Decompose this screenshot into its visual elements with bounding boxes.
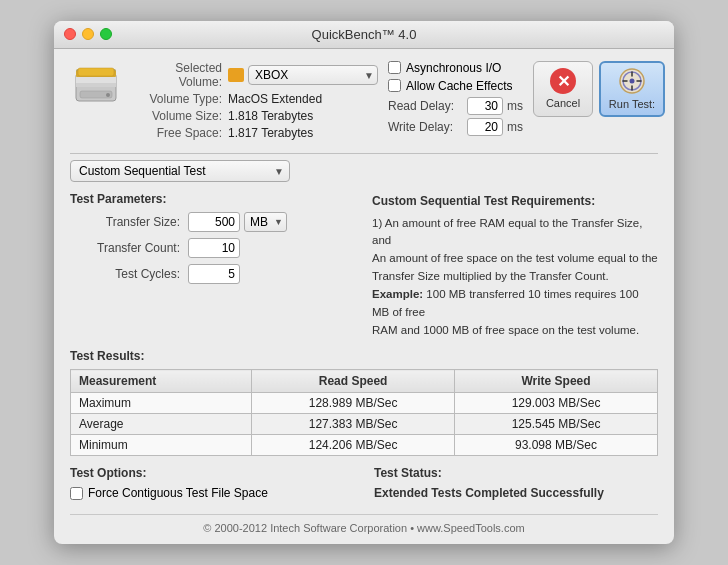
params-section-label: Test Parameters:	[70, 192, 356, 206]
top-right-area: Asynchronous I/O Allow Cache Effects Rea…	[388, 61, 523, 139]
test-status-value: Extended Tests Completed Successfully	[374, 486, 658, 500]
allow-cache-row: Allow Cache Effects	[388, 79, 523, 93]
checkboxes-and-delays: Asynchronous I/O Allow Cache Effects Rea…	[388, 61, 523, 139]
read-delay-row: Read Delay: 30 ms	[388, 97, 523, 115]
table-row: Average127.383 MB/Sec125.545 MB/Sec	[71, 414, 658, 435]
titlebar: QuickBench™ 4.0	[54, 21, 674, 49]
col-read-speed: Read Speed	[252, 370, 455, 393]
transfer-size-label: Transfer Size:	[70, 215, 180, 229]
minimize-button[interactable]	[82, 28, 94, 40]
window-title: QuickBench™ 4.0	[312, 27, 417, 42]
cancel-label: Cancel	[546, 97, 580, 109]
svg-point-14	[630, 79, 635, 84]
col-measurement: Measurement	[71, 370, 252, 393]
volume-size-row: Volume Size: 1.818 Terabytes	[132, 109, 378, 123]
checkboxes-col: Asynchronous I/O Allow Cache Effects Rea…	[388, 61, 523, 139]
allow-cache-checkbox[interactable]	[388, 79, 401, 92]
run-label: Run Test:	[609, 98, 655, 110]
col-write-speed: Write Speed	[455, 370, 658, 393]
transfer-size-input[interactable]: 500	[188, 212, 240, 232]
results-section: Test Results: Measurement Read Speed Wri…	[70, 349, 658, 456]
unit-select[interactable]: MB GB KB	[244, 212, 287, 232]
req-example: Example: 100 MB transferred 10 times req…	[372, 286, 658, 322]
free-space-row: Free Space: 1.817 Terabytes	[132, 126, 378, 140]
selected-volume-row: Selected Volume: XBOX ▼	[132, 61, 378, 89]
req-line1: 1) An amount of free RAM equal to the Tr…	[372, 215, 658, 251]
read-delay-label: Read Delay:	[388, 99, 463, 113]
bottom-section: Test Options: Force Contiguous Test File…	[70, 466, 658, 504]
table-row: Minimum124.206 MB/Sec93.098 MB/Sec	[71, 435, 658, 456]
async-io-checkbox[interactable]	[388, 61, 401, 74]
table-cell-write: 125.545 MB/Sec	[455, 414, 658, 435]
params-section: Test Parameters: Transfer Size: 500 MB G…	[70, 192, 658, 340]
results-table: Measurement Read Speed Write Speed Maxim…	[70, 369, 658, 456]
table-row: Maximum128.989 MB/Sec129.003 MB/Sec	[71, 393, 658, 414]
volume-select[interactable]: XBOX	[248, 65, 378, 85]
transfer-count-label: Transfer Count:	[70, 241, 180, 255]
force-contiguous-label: Force Contiguous Test File Space	[88, 486, 268, 500]
write-delay-row: Write Delay: 20 ms	[388, 118, 523, 136]
requirements-title: Custom Sequential Test Requirements:	[372, 192, 658, 210]
delay-rows: Read Delay: 30 ms Write Delay: 20 ms	[388, 97, 523, 136]
run-test-button[interactable]: Run Test:	[599, 61, 665, 117]
read-delay-unit: ms	[507, 99, 523, 113]
svg-rect-2	[76, 83, 116, 87]
divider-1	[70, 153, 658, 154]
test-cycles-label: Test Cycles:	[70, 267, 180, 281]
force-contiguous-checkbox[interactable]	[70, 487, 83, 500]
drive-icon	[70, 61, 122, 113]
volume-size-value: 1.818 Terabytes	[228, 109, 313, 123]
cancel-button[interactable]: ✕ Cancel	[533, 61, 593, 117]
test-cycles-input[interactable]: 5	[188, 264, 240, 284]
params-right: Custom Sequential Test Requirements: 1) …	[372, 192, 658, 340]
test-options-label: Test Options:	[70, 466, 354, 480]
table-cell-write: 93.098 MB/Sec	[455, 435, 658, 456]
table-cell-measurement: Maximum	[71, 393, 252, 414]
test-status: Test Status: Extended Tests Completed Su…	[354, 466, 658, 500]
req-example-bold: Example:	[372, 288, 423, 300]
table-cell-write: 129.003 MB/Sec	[455, 393, 658, 414]
volume-type-row: Volume Type: MacOS Extended	[132, 92, 378, 106]
svg-rect-7	[78, 68, 114, 76]
volume-select-wrap: XBOX ▼	[228, 65, 378, 85]
test-type-select[interactable]: Custom Sequential Test Sequential Read S…	[70, 160, 290, 182]
unit-select-wrap: MB GB KB ▼	[244, 212, 287, 232]
volume-size-label: Volume Size:	[132, 109, 222, 123]
traffic-lights	[64, 28, 112, 40]
top-row: Selected Volume: XBOX ▼ Volume Type: Mac…	[70, 61, 658, 143]
volume-type-label: Volume Type:	[132, 92, 222, 106]
run-test-icon	[618, 67, 646, 95]
transfer-count-input[interactable]: 10	[188, 238, 240, 258]
free-space-label: Free Space:	[132, 126, 222, 140]
force-contiguous-row: Force Contiguous Test File Space	[70, 486, 354, 500]
test-cycles-row: Test Cycles: 5	[70, 264, 356, 284]
app-window: QuickBench™ 4.0 Se	[54, 21, 674, 545]
table-cell-measurement: Average	[71, 414, 252, 435]
footer: © 2000-2012 Intech Software Corporation …	[70, 514, 658, 534]
svg-point-4	[106, 93, 110, 97]
volume-select-wrapper: XBOX ▼	[248, 65, 378, 85]
req-line3: Transfer Size multiplied by the Transfer…	[372, 268, 658, 286]
footer-text: © 2000-2012 Intech Software Corporation …	[203, 522, 524, 534]
volume-type-value: MacOS Extended	[228, 92, 322, 106]
read-delay-input[interactable]: 30	[467, 97, 503, 115]
async-io-row: Asynchronous I/O	[388, 61, 523, 75]
write-delay-unit: ms	[507, 120, 523, 134]
allow-cache-label: Allow Cache Effects	[406, 79, 513, 93]
close-button[interactable]	[64, 28, 76, 40]
write-delay-input[interactable]: 20	[467, 118, 503, 136]
req-line2: An amount of free space on the test volu…	[372, 250, 658, 268]
params-left: Test Parameters: Transfer Size: 500 MB G…	[70, 192, 356, 340]
selected-volume-label: Selected Volume:	[132, 61, 222, 89]
results-header-row: Measurement Read Speed Write Speed	[71, 370, 658, 393]
table-cell-read: 124.206 MB/Sec	[252, 435, 455, 456]
maximize-button[interactable]	[100, 28, 112, 40]
test-select-wrap: Custom Sequential Test Sequential Read S…	[70, 160, 290, 182]
volume-icon-small	[228, 68, 244, 82]
button-group: ✕ Cancel Run Test:	[533, 61, 665, 117]
transfer-count-row: Transfer Count: 10	[70, 238, 356, 258]
cancel-x-icon: ✕	[550, 68, 576, 94]
main-content: Selected Volume: XBOX ▼ Volume Type: Mac…	[54, 49, 674, 545]
test-status-label: Test Status:	[374, 466, 658, 480]
transfer-size-row: Transfer Size: 500 MB GB KB ▼	[70, 212, 356, 232]
